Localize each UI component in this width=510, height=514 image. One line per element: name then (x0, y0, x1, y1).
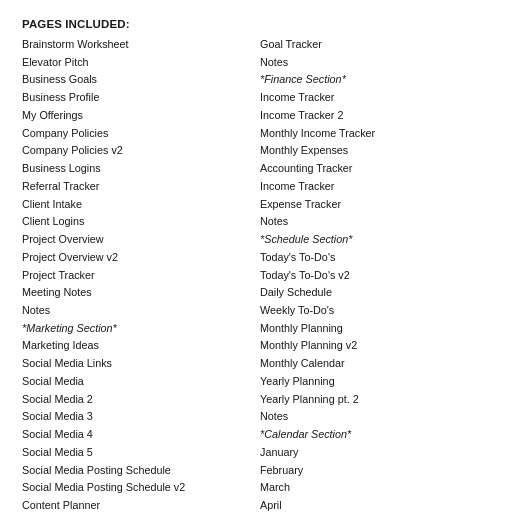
right-list-item: February (260, 462, 488, 479)
left-list-item: Client Logins (22, 213, 250, 230)
right-list-item: *Calendar Section* (260, 426, 488, 443)
right-list-item: Yearly Planning (260, 373, 488, 390)
left-list-item: Social Media 4 (22, 426, 250, 443)
left-list-item: Social Media Posting Schedule v2 (22, 479, 250, 496)
left-list-item: Brainstorm Worksheet (22, 36, 250, 53)
left-list-item: *Marketing Section* (22, 320, 250, 337)
left-list-item: Business Goals (22, 71, 250, 88)
right-list-item: Income Tracker (260, 178, 488, 195)
left-list-item: Client Intake (22, 196, 250, 213)
left-list-item: Project Overview (22, 231, 250, 248)
left-list-item: Social Media 2 (22, 391, 250, 408)
left-list-item: Content Planner (22, 497, 250, 514)
right-column: Goal TrackerNotes*Finance Section*Income… (260, 36, 488, 514)
left-list-item: Social Media 5 (22, 444, 250, 461)
right-list-item: Monthly Expenses (260, 142, 488, 159)
right-list-item: Monthly Calendar (260, 355, 488, 372)
left-list-item: Project Overview v2 (22, 249, 250, 266)
left-list-item: My Offerings (22, 107, 250, 124)
left-list-item: Notes (22, 302, 250, 319)
right-list-item: Yearly Planning pt. 2 (260, 391, 488, 408)
right-list-item: Monthly Planning (260, 320, 488, 337)
left-list-item: Business Profile (22, 89, 250, 106)
left-list-item: Company Policies v2 (22, 142, 250, 159)
right-list-item: Monthly Planning v2 (260, 337, 488, 354)
right-list-item: Goal Tracker (260, 36, 488, 53)
right-list-item: Daily Schedule (260, 284, 488, 301)
right-list-item: Notes (260, 213, 488, 230)
left-list-item: Project Tracker (22, 267, 250, 284)
right-list-item: Today's To-Do's (260, 249, 488, 266)
right-list-item: April (260, 497, 488, 514)
left-list-item: Referral Tracker (22, 178, 250, 195)
left-list-item: Social Media 3 (22, 408, 250, 425)
right-list-item: Expense Tracker (260, 196, 488, 213)
right-list-item: Income Tracker (260, 89, 488, 106)
left-list-item: Business Logins (22, 160, 250, 177)
right-list-item: March (260, 479, 488, 496)
columns-wrapper: Brainstorm WorksheetElevator PitchBusine… (22, 36, 488, 514)
right-list-item: Notes (260, 54, 488, 71)
left-list-item: Social Media Posting Schedule (22, 462, 250, 479)
right-list-item: Accounting Tracker (260, 160, 488, 177)
left-list-item: Company Policies (22, 125, 250, 142)
right-list-item: January (260, 444, 488, 461)
left-list-item: Meeting Notes (22, 284, 250, 301)
right-list-item: *Finance Section* (260, 71, 488, 88)
right-list-item: *Schedule Section* (260, 231, 488, 248)
right-list-item: Monthly Income Tracker (260, 125, 488, 142)
right-list-item: Notes (260, 408, 488, 425)
left-list-item: Social Media (22, 373, 250, 390)
page-title: PAGES INCLUDED: (22, 18, 488, 30)
right-list-item: Today's To-Do's v2 (260, 267, 488, 284)
right-list-item: Weekly To-Do's (260, 302, 488, 319)
left-list-item: Marketing Ideas (22, 337, 250, 354)
left-list-item: Social Media Links (22, 355, 250, 372)
left-list-item: Elevator Pitch (22, 54, 250, 71)
right-list-item: Income Tracker 2 (260, 107, 488, 124)
left-column: Brainstorm WorksheetElevator PitchBusine… (22, 36, 260, 514)
